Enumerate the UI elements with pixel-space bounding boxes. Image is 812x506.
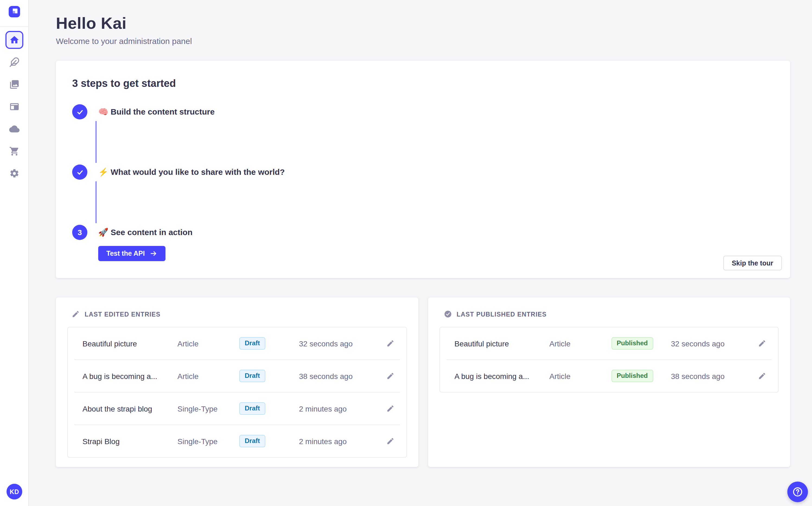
arrow-right-icon — [150, 250, 158, 257]
onboarding-title: 3 steps to get started — [72, 78, 774, 90]
onboarding-step-2: ⚡ What would you like to share with the … — [72, 165, 774, 180]
entry-time: 2 minutes ago — [299, 437, 386, 445]
last-edited-table: Beautiful picture Article Draft 32 secon… — [67, 327, 407, 458]
page-header: Hello Kai Welcome to your administration… — [56, 14, 790, 46]
step-done-icon — [72, 104, 87, 119]
step-label: ⚡ What would you like to share with the … — [98, 167, 285, 177]
edit-entry-button[interactable] — [758, 372, 766, 380]
pencil-icon — [386, 372, 394, 380]
table-row[interactable]: A bug is becoming a... Article Draft 38 … — [68, 360, 406, 392]
status-badge: Draft — [239, 337, 265, 350]
entry-type: Article — [549, 339, 611, 348]
entry-type: Article — [549, 371, 611, 380]
pencil-icon — [72, 310, 80, 318]
step-label: 🧠 Build the content structure — [98, 107, 215, 117]
step-connector — [96, 181, 97, 223]
entry-title: A bug is becoming a... — [83, 371, 178, 380]
pencil-icon — [386, 437, 394, 445]
sidebar-item-content-type-builder[interactable] — [5, 98, 23, 116]
gear-icon — [9, 168, 19, 179]
status-badge: Draft — [239, 370, 265, 382]
pencil-icon — [386, 405, 394, 413]
pencil-icon — [386, 339, 394, 347]
last-published-panel: LAST PUBLISHED ENTRIES Beautiful picture… — [428, 298, 790, 467]
onboarding-card: 3 steps to get started 🧠 Build the conte… — [56, 61, 790, 278]
main-content: Hello Kai Welcome to your administration… — [29, 0, 812, 506]
entry-title: Beautiful picture — [454, 339, 549, 348]
check-icon — [76, 169, 83, 176]
cta-row: Test the API — [98, 246, 774, 261]
last-published-title: LAST PUBLISHED ENTRIES — [456, 311, 547, 317]
images-icon — [9, 79, 19, 90]
step-done-icon — [72, 165, 87, 180]
entry-type: Single-Type — [178, 437, 239, 445]
pencil-icon — [758, 372, 766, 380]
sidebar-item-deploy[interactable] — [5, 120, 23, 138]
test-the-api-label: Test the API — [106, 250, 145, 257]
entry-time: 32 seconds ago — [671, 339, 758, 348]
strapi-admin-home: KD Hello Kai Welcome to your administrat… — [0, 0, 812, 506]
last-published-header: LAST PUBLISHED ENTRIES — [443, 310, 779, 318]
step-connector — [96, 121, 97, 163]
step-number-badge: 3 — [72, 225, 87, 240]
last-edited-panel: LAST EDITED ENTRIES Beautiful picture Ar… — [56, 298, 418, 467]
edit-entry-button[interactable] — [386, 405, 394, 413]
check-circle-icon — [443, 310, 452, 318]
onboarding-step-1: 🧠 Build the content structure — [72, 104, 774, 119]
cart-icon — [9, 146, 19, 156]
onboarding-step-3: 3 🚀 See content in action — [72, 225, 774, 240]
last-edited-title: LAST EDITED ENTRIES — [85, 311, 161, 317]
page-subtitle: Welcome to your administration panel — [56, 36, 790, 46]
entry-time: 38 seconds ago — [671, 371, 758, 380]
sidebar-item-media-library[interactable] — [5, 76, 23, 93]
entry-title: Strapi Blog — [83, 437, 178, 445]
sidebar: KD — [0, 0, 29, 506]
pencil-icon — [758, 339, 766, 347]
strapi-logo-icon — [9, 6, 20, 17]
sidebar-divider — [0, 26, 28, 26]
skip-the-tour-button[interactable]: Skip the tour — [723, 256, 782, 270]
sidebar-item-settings[interactable] — [5, 165, 23, 182]
entry-time: 32 seconds ago — [299, 339, 386, 348]
entry-time: 2 minutes ago — [299, 404, 386, 413]
last-edited-header: LAST EDITED ENTRIES — [72, 310, 407, 318]
sidebar-item-content-manager[interactable] — [5, 53, 23, 71]
entry-title: About the strapi blog — [83, 404, 178, 413]
status-badge: Draft — [239, 435, 265, 447]
cloud-icon — [9, 124, 19, 134]
help-button[interactable] — [787, 482, 808, 502]
strapi-logo[interactable] — [9, 6, 20, 17]
layout-icon — [9, 101, 19, 112]
help-icon — [792, 486, 804, 498]
last-published-table: Beautiful picture Article Published 32 s… — [439, 327, 779, 393]
entry-type: Article — [178, 371, 239, 380]
table-row[interactable]: Beautiful picture Article Published 32 s… — [440, 327, 778, 359]
entry-time: 38 seconds ago — [299, 371, 386, 380]
entry-title: A bug is becoming a... — [454, 371, 549, 380]
sidebar-item-marketplace[interactable] — [5, 142, 23, 160]
table-row[interactable]: A bug is becoming a... Article Published… — [440, 360, 778, 392]
test-the-api-button[interactable]: Test the API — [98, 246, 166, 261]
page-title: Hello Kai — [56, 14, 790, 32]
avatar[interactable]: KD — [6, 484, 22, 500]
sidebar-item-home[interactable] — [5, 31, 23, 49]
edit-entry-button[interactable] — [386, 339, 394, 347]
sidebar-nav — [0, 31, 28, 187]
entries-panels: LAST EDITED ENTRIES Beautiful picture Ar… — [56, 298, 790, 467]
edit-entry-button[interactable] — [386, 437, 394, 445]
status-badge: Draft — [239, 402, 265, 415]
edit-entry-button[interactable] — [758, 339, 766, 347]
edit-entry-button[interactable] — [386, 372, 394, 380]
step-label: 🚀 See content in action — [98, 228, 193, 237]
entry-type: Article — [178, 339, 239, 348]
entry-type: Single-Type — [178, 404, 239, 413]
check-icon — [76, 108, 83, 115]
table-row[interactable]: Strapi Blog Single-Type Draft 2 minutes … — [68, 425, 406, 457]
status-badge: Published — [611, 337, 653, 350]
feather-icon — [9, 57, 19, 67]
table-row[interactable]: Beautiful picture Article Draft 32 secon… — [68, 327, 406, 359]
home-icon — [9, 35, 19, 45]
table-row[interactable]: About the strapi blog Single-Type Draft … — [68, 393, 406, 425]
status-badge: Published — [611, 370, 653, 382]
entry-title: Beautiful picture — [83, 339, 178, 348]
